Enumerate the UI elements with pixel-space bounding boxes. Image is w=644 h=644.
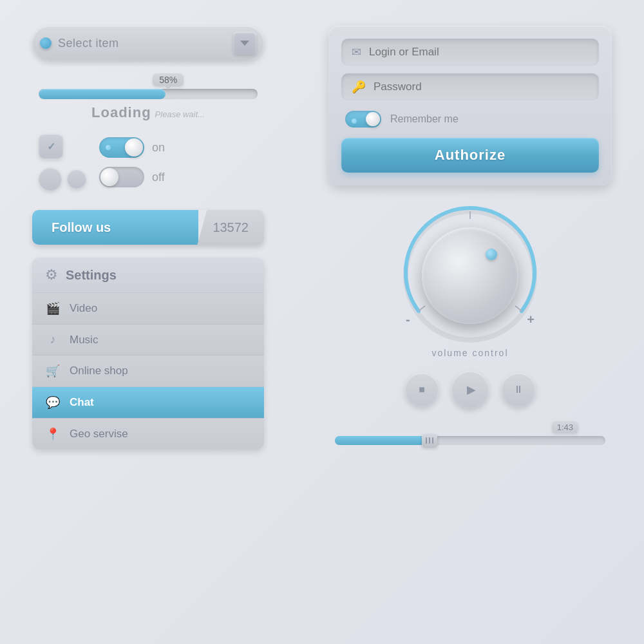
email-input-row[interactable]: ✉: [341, 39, 599, 66]
menu-item-geo-label: Geo servise: [70, 428, 128, 440]
volume-knob-container[interactable]: - +: [399, 205, 541, 346]
seek-handle[interactable]: [422, 434, 437, 447]
remember-knob: [366, 112, 380, 126]
select-dot-icon: [40, 37, 52, 49]
follow-us-label: Follow us: [52, 220, 111, 235]
key-icon: 🔑: [352, 80, 366, 94]
progress-track[interactable]: [39, 89, 258, 99]
menu-item-video-label: Video: [70, 302, 97, 315]
volume-section: - + volume control: [328, 205, 612, 358]
progress-section: 58% Loading Please wait...: [32, 73, 264, 121]
svg-line-3: [515, 306, 522, 311]
remember-toggle[interactable]: [345, 111, 381, 128]
menu-item-video[interactable]: 🎬 Video: [32, 293, 264, 325]
progress-fill: [39, 89, 166, 99]
stop-button[interactable]: [405, 373, 439, 406]
toggle-group: on off: [99, 137, 165, 187]
menu-item-music[interactable]: ♪ Music: [32, 325, 264, 355]
select-item-widget[interactable]: Select item: [32, 26, 264, 61]
volume-knob-body[interactable]: [422, 227, 518, 324]
seek-time: 1:43: [552, 421, 578, 433]
radio-button-2[interactable]: [67, 169, 86, 189]
dropdown-arrow-icon[interactable]: [233, 32, 256, 55]
pause-button[interactable]: [502, 373, 535, 406]
authorize-button[interactable]: Authorize: [341, 138, 599, 173]
seek-fill: [335, 436, 430, 445]
radio-checkbox-group: [39, 134, 86, 191]
menu-item-online-shop[interactable]: 🛒 Online shop: [32, 355, 264, 387]
progress-tooltip: 58%: [153, 73, 184, 86]
seek-handle-line-3: [432, 437, 433, 444]
toggle-off-row: off: [99, 167, 165, 187]
toggle-on-row: on: [99, 137, 165, 158]
toggle-on[interactable]: [99, 137, 144, 158]
chat-icon: 💬: [45, 395, 61, 410]
volume-label: volume control: [431, 348, 508, 358]
toggle-off-knob: [100, 168, 118, 186]
menu-widget: ⚙ Settings 🎬 Video ♪ Music 🛒 Online shop…: [32, 258, 264, 450]
shop-icon: 🛒: [45, 364, 61, 378]
loading-sub-label: Please wait...: [155, 109, 205, 119]
loading-main-label: Loading: [91, 104, 151, 121]
controls-row: on off: [32, 134, 264, 191]
checkbox-button[interactable]: [39, 134, 63, 158]
seek-handle-line-2: [429, 437, 430, 444]
seek-handle-line-1: [426, 437, 427, 444]
music-icon: ♪: [45, 333, 61, 346]
menu-item-music-label: Music: [70, 334, 98, 346]
email-input[interactable]: [369, 46, 589, 59]
menu-header: ⚙ Settings: [32, 258, 264, 293]
right-column: ✉ 🔑 Remember me Authorize: [296, 0, 644, 644]
knob-indicator-dot: [486, 249, 497, 260]
toggle-off-label: off: [152, 171, 165, 184]
volume-minus[interactable]: -: [406, 312, 410, 327]
remember-label: Remember me: [390, 113, 459, 125]
seek-track[interactable]: [335, 436, 605, 445]
left-column: Select item 58% Loading Please wait...: [0, 0, 296, 644]
password-input[interactable]: [374, 80, 589, 93]
menu-item-shop-label: Online shop: [70, 365, 128, 377]
geo-icon: 📍: [45, 427, 61, 441]
follow-count-area: 13572: [197, 210, 264, 245]
pause-icon: [513, 384, 524, 395]
loading-text: Loading Please wait...: [91, 104, 205, 121]
stop-icon: [419, 384, 425, 395]
select-left: Select item: [40, 37, 119, 50]
toggle-on-dot: [106, 145, 111, 150]
select-item-label: Select item: [58, 37, 119, 50]
menu-item-geo[interactable]: 📍 Geo servise: [32, 419, 264, 450]
video-icon: 🎬: [45, 301, 61, 316]
seek-section: 1:43: [328, 421, 612, 445]
toggle-off[interactable]: [99, 167, 144, 187]
menu-item-chat-label: Chat: [70, 396, 94, 409]
menu-item-chat[interactable]: 💬 Chat: [32, 387, 264, 419]
menu-header-label: Settings: [66, 268, 117, 283]
toggle-on-knob: [125, 138, 143, 156]
follow-count-value: 13572: [213, 220, 249, 235]
main-container: Select item 58% Loading Please wait...: [0, 0, 644, 644]
media-controls: [328, 371, 612, 408]
play-icon: [465, 383, 476, 397]
volume-plus[interactable]: +: [527, 312, 535, 327]
login-form: ✉ 🔑 Remember me Authorize: [328, 26, 612, 185]
follow-us-button[interactable]: Follow us: [32, 210, 198, 245]
gear-icon: ⚙: [45, 267, 58, 283]
remember-me-row: Remember me: [341, 108, 599, 130]
svg-line-2: [419, 306, 425, 311]
play-button[interactable]: [451, 371, 489, 408]
email-icon: ✉: [352, 45, 361, 59]
remember-dot: [352, 118, 357, 124]
follow-us-widget[interactable]: Follow us 13572: [32, 210, 264, 245]
toggle-on-label: on: [152, 141, 165, 155]
radio-button-1[interactable]: [39, 167, 62, 191]
password-input-row[interactable]: 🔑: [341, 73, 599, 100]
